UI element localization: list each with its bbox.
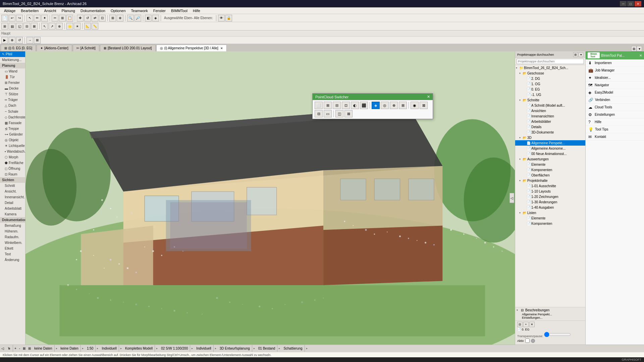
sidebar-pfeil[interactable]: ↖ Pfeil <box>0 51 25 57</box>
maximize-btn[interactable]: □ <box>627 1 634 6</box>
menu-hilfe[interactable]: Hilfe <box>190 7 203 14</box>
tb1-magic[interactable]: ✦ <box>41 15 48 21</box>
floor-btn1[interactable]: ⊟ <box>517 322 523 327</box>
sb-nav-prev[interactable]: ◁ <box>0 345 5 352</box>
sb-arr3[interactable]: ▸ <box>96 345 100 352</box>
tb1-paste[interactable]: 📋 <box>66 15 73 21</box>
menu-bimmtool[interactable]: BIMMTool <box>168 7 190 14</box>
pc-btn-r6[interactable]: ⊟ <box>315 110 323 117</box>
menu-ansicht[interactable]: Ansicht <box>41 7 59 14</box>
sb-arr7[interactable]: ▸ <box>214 345 218 352</box>
sidebar-morph[interactable]: ⬡ Morph <box>0 154 25 160</box>
bimm-close[interactable]: ✕ <box>639 54 642 57</box>
beschr-item1[interactable]: Allgemeine Perspekt... <box>517 313 584 316</box>
tb1-redo[interactable]: ↪ <box>16 15 23 21</box>
tree-1ug[interactable]: 📄 -1. UG <box>515 92 585 97</box>
sidebar-radaufm[interactable]: Radaufm. <box>0 234 25 240</box>
tree-oberfl[interactable]: 📄 Oberflächen <box>515 172 585 178</box>
menu-teamwork[interactable]: Teamwork <box>128 7 151 14</box>
sb-fit[interactable]: ⊠ <box>21 345 27 352</box>
bimm-einstellungen[interactable]: ⚙ Einstellungen <box>586 111 644 118</box>
tree-listen[interactable]: ▾ 📂 Listen <box>515 210 585 215</box>
sidebar-raum[interactable]: ⊡ Raum <box>0 171 25 177</box>
tb2-9[interactable]: 🌟 <box>66 23 73 30</box>
tb2-6[interactable]: ↖ <box>41 23 48 30</box>
menu-dokumentation[interactable]: Dokumentation <box>78 7 108 14</box>
pc-btn-r0[interactable]: ◈ <box>372 102 380 109</box>
menu-optionen[interactable]: Optionen <box>108 7 128 14</box>
arrow-fwd[interactable]: ⊕ <box>9 37 15 44</box>
pc-close[interactable]: ✕ <box>427 95 430 99</box>
tb1-move[interactable]: ✥ <box>77 15 84 21</box>
floor-btn3[interactable]: ✕ <box>529 322 535 327</box>
tree-details[interactable]: 📄 Details <box>515 124 585 130</box>
sidebar-tuer[interactable]: 🚪 Tür <box>0 74 25 80</box>
tab-0-eg[interactable]: ⊞ (i) 0. EG [0. EG] <box>1 45 36 51</box>
sidebar-schnitt[interactable]: Schnitt <box>0 183 25 189</box>
sidebar-objekt[interactable]: ◎ Objekt <box>0 137 25 143</box>
rtp-search-input[interactable] <box>517 59 584 64</box>
sidebar-innenansicht[interactable]: Innenansicht. <box>0 194 25 200</box>
arrow-box[interactable]: ⊠ <box>34 37 41 44</box>
transparency-slider[interactable] <box>544 332 571 337</box>
pc-btn-r1[interactable]: ◎ <box>381 102 389 109</box>
tree-allg-perspekt[interactable]: 📄 Allgemeine Perspekt... <box>515 140 585 146</box>
sb-arr4[interactable]: ▸ <box>119 345 123 352</box>
pc-btn-r7[interactable]: ▭ <box>324 110 332 117</box>
tb1-pencil[interactable]: ✏ <box>34 15 41 21</box>
tree-allg-axon[interactable]: 📄 Allgemeine Axonome... <box>515 146 585 151</box>
bimm-navigator[interactable]: 🗺 Navigator <box>586 82 644 89</box>
tree-2dg[interactable]: 📄 2. DG <box>515 76 585 81</box>
sidebar-aenderung[interactable]: Änderung <box>0 257 25 263</box>
viewport-3d[interactable] <box>25 51 515 345</box>
tb1-scale[interactable]: ⊡ <box>99 15 106 21</box>
tb1-lock[interactable]: 🔒 <box>225 15 232 21</box>
tb1-cut[interactable]: ✂ <box>52 15 58 21</box>
tree-3d-section[interactable]: ▾ 📂 3D <box>515 135 585 140</box>
tb1-zoom-out[interactable]: 🔎 <box>135 15 141 21</box>
sidebar-fassade[interactable]: ▦ Fassade <box>0 120 25 126</box>
tree-elemente[interactable]: 📄 Elemente <box>515 162 585 167</box>
sb-arr10[interactable]: ▸ <box>305 345 309 352</box>
bimm-jobmanager[interactable]: 💼 Job Manager <box>586 67 644 74</box>
tb2-3[interactable]: ◱ <box>16 23 23 30</box>
sidebar-gelaender[interactable]: ⊶ Geländer <box>0 132 25 137</box>
floor-btn2[interactable]: + <box>523 322 529 327</box>
sb-arr5[interactable]: ▸ <box>155 345 159 352</box>
beschr-item2[interactable]: Einstellungen... <box>517 316 584 319</box>
menu-bearbeiten[interactable]: Bearbeiten <box>18 7 41 14</box>
sb-3d[interactable]: ⊞ <box>27 345 32 352</box>
pc-btn-0[interactable]: ⬜ <box>315 102 323 109</box>
tab-collapse[interactable]: ▾ <box>637 46 642 51</box>
pc-btn-5[interactable]: ⬛ <box>360 102 368 109</box>
viewport-scroll-arrow[interactable]: ◁ <box>509 193 514 203</box>
sidebar-hoehm[interactable]: Höhenm. <box>0 228 25 234</box>
close-btn[interactable]: ✕ <box>635 1 641 6</box>
tree-0eg[interactable]: 📄 0. EG <box>515 87 585 92</box>
sidebar-traeger[interactable]: ═ Träger <box>0 97 25 103</box>
tb2-2[interactable]: ▤ <box>9 23 15 30</box>
tb1-3d[interactable]: ◈ <box>152 15 159 21</box>
tb1-zoom-in[interactable]: 🔍 <box>127 15 134 21</box>
tree-innenansichten[interactable]: 📄 Innenansichten <box>515 113 585 119</box>
tab-expand[interactable]: ⊞ <box>631 46 637 51</box>
tb2-5[interactable]: ⊠ <box>31 23 38 30</box>
sidebar-schale[interactable]: ⌢ Schale <box>0 108 25 114</box>
pc-btn-r4[interactable]: ◉ <box>411 102 419 109</box>
sidebar-winkelbem[interactable]: Winkelbem. <box>0 240 25 246</box>
sidebar-stuetze[interactable]: ⊤ Stütze <box>0 91 25 97</box>
rtp-collapse[interactable]: ▾ <box>579 52 583 57</box>
tab-bestand[interactable]: ⊠ [Bestand LOD 200.01 Layout] <box>100 45 156 51</box>
sidebar-oeffnung[interactable]: ◻ Öffnung <box>0 166 25 171</box>
tb1-grid[interactable]: ⊞ <box>109 15 116 21</box>
menu-planung[interactable]: Planung <box>59 7 78 14</box>
sidebar-kamera[interactable]: Kamera <box>0 211 25 217</box>
sidebar-markierung[interactable]: Markierung... <box>0 57 25 63</box>
tb2-10[interactable]: ☀ <box>74 23 80 30</box>
tree-listen-ko[interactable]: 📄 Komponenten <box>515 221 585 226</box>
tree-101[interactable]: 📄 1-01 Ausschnitte <box>515 183 585 189</box>
sb-arr8[interactable]: ▸ <box>252 345 256 352</box>
sb-arr2[interactable]: ▸ <box>81 345 85 352</box>
bimm-importieren[interactable]: ⬇ Importieren <box>586 59 644 67</box>
pc-btn-r3[interactable]: ⊞ <box>399 102 407 109</box>
